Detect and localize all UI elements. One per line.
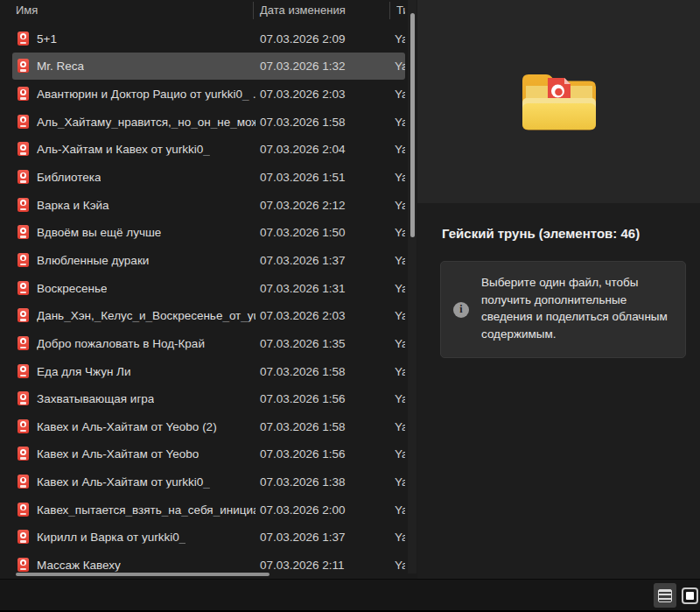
file-row[interactable]: Кавех и Аль-Хайтам от yurkki0_ 07.03.202… (12, 468, 405, 496)
file-row[interactable]: Аль-Хайтам и Кавех от yurkki0_ 07.03.202… (12, 136, 405, 164)
file-row[interactable]: 5+1 07.03.2026 2:09 Ya (12, 25, 405, 53)
file-name: 5+1 (37, 32, 57, 45)
file-date-modified: 07.03.2026 1:51 (260, 171, 346, 184)
file-type: Ya (395, 392, 405, 405)
file-name: Кавех_пытается_взять_на_себя_инициа… (37, 503, 256, 516)
yandex-document-icon (18, 391, 29, 405)
yandex-document-icon (18, 447, 29, 461)
file-date-modified: 07.03.2026 1:56 (260, 392, 346, 405)
file-date-modified: 07.03.2026 2:00 (260, 503, 346, 516)
file-row[interactable]: Авантюрин и Доктор Рацио от yurkki0_ … 0… (12, 80, 405, 108)
yandex-document-icon (18, 530, 29, 544)
file-name: Аль-Хайтам и Кавех от yurkki0_ (37, 143, 210, 156)
file-type: Ya (395, 281, 405, 294)
file-row[interactable]: Массаж Кавеху 07.03.2026 2:11 Ya (12, 551, 405, 573)
column-header-row: ^ Имя Дата изменения Тип (0, 0, 405, 22)
file-row[interactable]: Кавех и Аль-Хайтам от Yeobo 07.03.2026 1… (12, 440, 405, 468)
file-type: Ya (395, 475, 405, 489)
folder-summary-title: Гейский трунь (элементов: 46) (442, 226, 640, 241)
file-row[interactable]: Кавех_пытается_взять_на_себя_инициа… 07.… (12, 496, 405, 524)
yandex-document-icon (18, 59, 29, 73)
column-header-type[interactable]: Тип (396, 4, 405, 17)
file-type: Ya (395, 115, 405, 128)
large-icons-view-icon (682, 587, 698, 604)
file-date-modified: 07.03.2026 1:38 (260, 475, 346, 489)
column-separator[interactable] (253, 2, 254, 19)
file-type: Ya (395, 531, 405, 544)
vertical-scrollbar-thumb[interactable] (410, 13, 415, 237)
file-date-modified: 07.03.2026 1:56 (260, 447, 346, 461)
file-type: Ya (395, 32, 405, 45)
file-row[interactable]: Варка и Кэйа 07.03.2026 2:12 Ya (12, 191, 405, 219)
large-icons-view-button[interactable] (680, 586, 699, 605)
file-explorer-window: ^ Имя Дата изменения Тип 5+1 07.03.2026 … (0, 0, 700, 612)
file-row[interactable]: Кирилл и Варка от yurkki0_ 07.03.2026 1:… (12, 524, 405, 552)
details-section: Гейский трунь (элементов: 46) i Выберите… (417, 203, 700, 580)
file-row[interactable]: Добро пожаловать в Нод-Край 07.03.2026 1… (12, 329, 405, 357)
file-date-modified: 07.03.2026 1:32 (260, 60, 346, 73)
file-name: Аль_Хайтаму_нравится,_но_он_не_мож… (37, 115, 256, 128)
file-row[interactable]: Еда для Чжун Ли 07.03.2026 1:58 Ya (12, 357, 405, 385)
file-date-modified: 07.03.2026 1:58 (260, 364, 346, 377)
file-row[interactable]: Mr. Reca 07.03.2026 1:32 Ya (12, 53, 405, 81)
file-row[interactable]: Воскресенье 07.03.2026 1:31 Ya (12, 274, 405, 302)
status-bar (0, 579, 700, 610)
info-message: Выберите один файл, чтобы получить допол… (481, 274, 672, 342)
file-date-modified: 07.03.2026 1:37 (260, 531, 346, 544)
yandex-document-icon (18, 115, 29, 129)
file-row[interactable]: Аль_Хайтаму_нравится,_но_он_не_мож… 07.0… (12, 108, 405, 136)
file-type: Ya (395, 447, 405, 461)
horizontal-scrollbar-thumb[interactable] (16, 573, 270, 576)
file-row[interactable]: Влюбленные дураки 07.03.2026 1:37 Ya (12, 246, 405, 274)
details-pane: Гейский трунь (элементов: 46) i Выберите… (417, 0, 700, 580)
file-type: Ya (395, 171, 405, 184)
details-view-button[interactable] (654, 583, 676, 608)
file-name: Массаж Кавеху (37, 558, 121, 571)
details-view-icon (658, 589, 672, 602)
yandex-document-icon (18, 503, 29, 517)
file-name: Дань_Хэн,_Келус_и_Воскресенье_от_yur… (37, 309, 256, 322)
info-card: i Выберите один файл, чтобы получить доп… (440, 261, 686, 358)
file-date-modified: 07.03.2026 1:37 (260, 253, 346, 266)
file-row[interactable]: Вдвоём вы ещё лучше 07.03.2026 1:50 Ya (12, 218, 405, 246)
yandex-document-icon (18, 225, 29, 239)
yandex-document-icon (18, 253, 29, 267)
file-name: Кавех и Аль-Хайтам от Yeobo (37, 447, 199, 461)
file-name: Кавех и Аль-Хайтам от yurkki0_ (37, 475, 210, 489)
file-row[interactable]: Дань_Хэн,_Келус_и_Воскресенье_от_yur… 07… (12, 301, 405, 329)
file-date-modified: 07.03.2026 2:03 (260, 309, 346, 322)
file-type: Ya (395, 309, 405, 322)
file-name: Авантюрин и Доктор Рацио от yurkki0_ … (37, 88, 256, 101)
file-name: Кирилл и Варка от yurkki0_ (37, 531, 186, 544)
file-date-modified: 07.03.2026 2:12 (260, 198, 346, 211)
info-icon: i (453, 302, 469, 318)
file-name: Добро пожаловать в Нод-Край (37, 336, 205, 349)
file-name: Захватывающая игра (37, 392, 154, 405)
file-type: Ya (395, 364, 405, 377)
yandex-document-icon (18, 142, 29, 156)
yandex-document-icon (18, 281, 29, 295)
file-date-modified: 07.03.2026 1:35 (260, 336, 346, 349)
file-type: Ya (395, 419, 405, 433)
file-date-modified: 07.03.2026 2:11 (260, 558, 345, 571)
yandex-document-icon (18, 308, 29, 322)
file-name: Воскресенье (37, 281, 107, 294)
yandex-document-icon (18, 32, 29, 46)
file-row[interactable]: Кавех и Аль-Хайтам от Yeobo (2) 07.03.20… (12, 412, 405, 440)
file-row[interactable]: Библиотека 07.03.2026 1:51 Ya (12, 163, 405, 191)
file-type: Ya (395, 60, 405, 73)
file-name: Варка и Кэйа (37, 198, 109, 211)
file-type: Ya (395, 558, 405, 571)
column-separator[interactable] (389, 2, 390, 19)
column-header-date-modified[interactable]: Дата изменения (260, 4, 346, 17)
file-row[interactable]: Захватывающая игра 07.03.2026 1:56 Ya (12, 384, 405, 412)
file-date-modified: 07.03.2026 1:50 (260, 226, 346, 239)
yandex-document-icon (18, 558, 29, 572)
sort-ascending-indicator: ^ (128, 0, 133, 4)
column-header-name[interactable]: Имя (16, 4, 38, 17)
file-type: Ya (395, 198, 405, 211)
yandex-document-icon (18, 364, 29, 378)
file-name: Влюбленные дураки (37, 253, 149, 266)
file-name: Кавех и Аль-Хайтам от Yeobo (2) (37, 419, 217, 433)
yandex-document-icon (18, 87, 29, 101)
